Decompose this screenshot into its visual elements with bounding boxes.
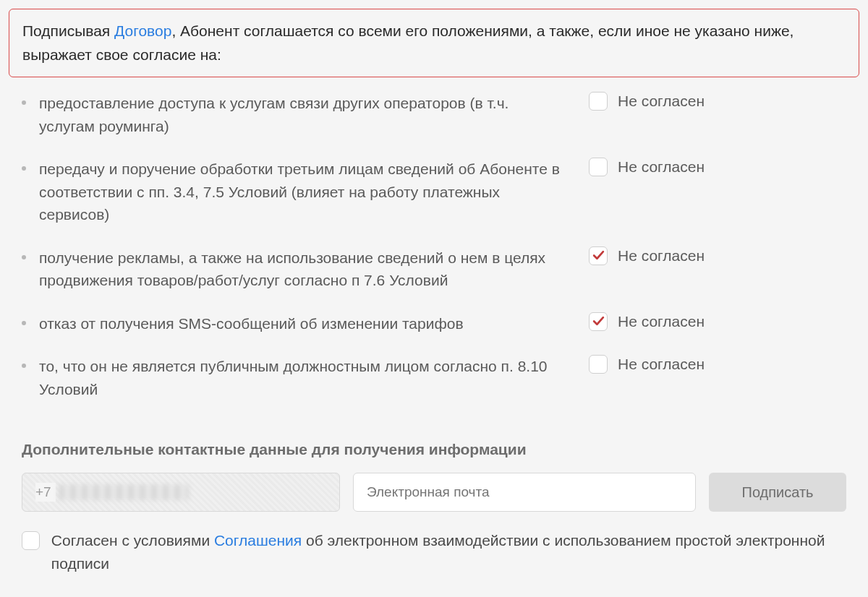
disagree-label: Не согласен <box>618 312 705 331</box>
list-item: то, что он не является публичным должнос… <box>22 355 851 400</box>
bullet-icon <box>22 255 26 259</box>
disagree-label: Не согласен <box>618 92 705 111</box>
consent-header-prefix: Подписывая <box>22 22 114 39</box>
contract-link[interactable]: Договор <box>114 22 171 39</box>
contacts-section-title: Дополнительные контактные данные для пол… <box>22 441 859 458</box>
consent-text: передачу и поручение обработки третьим л… <box>39 158 589 226</box>
disagree-label: Не согласен <box>618 158 705 176</box>
list-item: отказ от получения SMS-сообщений об изме… <box>22 312 851 335</box>
agreement-text: Согласен с условиями Соглашения об элект… <box>51 529 846 575</box>
disagree-checkbox[interactable] <box>589 158 608 176</box>
sign-button[interactable]: Подписать <box>709 473 846 512</box>
disagree-label: Не согласен <box>618 355 705 374</box>
bullet-icon <box>22 166 26 171</box>
consent-header-box: Подписывая Договор, Абонент соглашается … <box>9 9 859 77</box>
bullet-icon <box>22 364 26 368</box>
email-field[interactable] <box>353 473 696 512</box>
bullet-icon <box>22 100 26 105</box>
bullet-icon <box>22 321 26 325</box>
list-item: предоставление доступа к услугам связи д… <box>22 92 851 137</box>
disagree-checkbox[interactable] <box>589 312 608 331</box>
consent-list: предоставление доступа к услугам связи д… <box>9 92 859 428</box>
list-item: передачу и поручение обработки третьим л… <box>22 158 851 226</box>
disagree-checkbox[interactable] <box>589 92 608 111</box>
agreement-checkbox[interactable] <box>22 531 40 550</box>
disagree-checkbox[interactable] <box>589 355 608 374</box>
agreement-prefix: Согласен с условиями <box>51 532 214 549</box>
phone-value-redacted <box>59 484 189 500</box>
list-item: получение рекламы, а также на использова… <box>22 246 851 292</box>
contacts-form-row: +7 Подписать <box>9 473 859 512</box>
agreement-row: Согласен с условиями Соглашения об элект… <box>9 529 859 575</box>
consent-text: отказ от получения SMS-сообщений об изме… <box>39 312 589 335</box>
phone-field[interactable]: +7 <box>22 473 340 512</box>
agreement-link[interactable]: Соглашения <box>214 532 302 549</box>
phone-prefix: +7 <box>35 483 56 502</box>
consent-text: то, что он не является публичным должнос… <box>39 355 589 400</box>
disagree-checkbox[interactable] <box>589 246 608 265</box>
consent-text: получение рекламы, а также на использова… <box>39 246 589 292</box>
disagree-label: Не согласен <box>618 246 705 265</box>
consent-text: предоставление доступа к услугам связи д… <box>39 92 589 137</box>
